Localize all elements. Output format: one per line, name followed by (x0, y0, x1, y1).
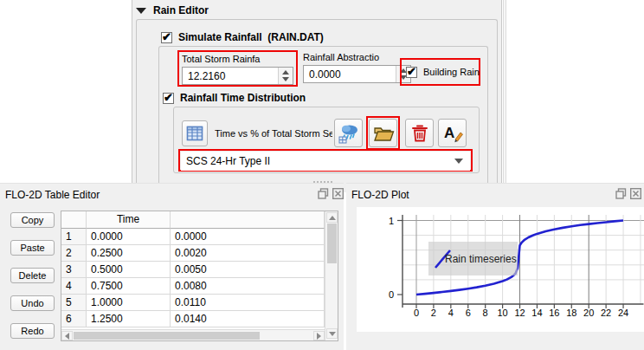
rain-editor-panel: Rain Editor Simulate Rainfall (RAIN.DAT)… (132, 0, 502, 183)
abstraction-field: Rainfall Abstractio 0.0000 (303, 52, 411, 83)
row-number-cell[interactable]: 3 (61, 262, 87, 278)
rain-editor-header[interactable]: Rain Editor (136, 2, 209, 19)
rename-timeseries-button[interactable]: A (438, 119, 467, 147)
table-cell[interactable]: 0.0140 (171, 311, 325, 327)
close-icon[interactable] (332, 188, 344, 199)
rainfall-time-distribution-label: Rainfall Time Distribution (180, 92, 306, 104)
table-cell[interactable]: 0.2500 (87, 245, 171, 262)
row-number-cell[interactable]: 2 (61, 245, 87, 262)
x-tick-label: 8 (483, 308, 488, 318)
x-tick-label: 18 (566, 308, 576, 318)
scroll-left-icon[interactable] (61, 331, 73, 340)
distribution-combo-highlight: SCS 24-Hr Type II (178, 149, 473, 172)
add-rain-timeseries-button[interactable] (334, 119, 363, 147)
open-folder-icon (372, 122, 395, 145)
rainfall-time-distribution-checkbox[interactable]: Rainfall Time Distribution (163, 92, 306, 104)
table-widget: Time10.00000.000020.25000.002030.50000.0… (61, 211, 338, 341)
vertical-scrollbar[interactable] (325, 211, 338, 340)
table-row: 30.50000.0050 (61, 262, 325, 278)
row-number-cell[interactable]: 5 (61, 295, 87, 311)
column-header (61, 211, 87, 229)
building-rain-checkbox[interactable]: Building Rain (402, 67, 480, 78)
splitter-handle-dots[interactable] (313, 181, 332, 184)
float-window-icon[interactable] (318, 188, 329, 199)
scroll-down-icon[interactable] (326, 328, 338, 339)
series-label: Time vs % of Total Storm Serie (215, 128, 332, 139)
delete-trash-icon (409, 123, 430, 144)
horizontal-scroll-thumb[interactable] (74, 332, 260, 340)
abstraction-spinbox[interactable]: 0.0000 (303, 65, 411, 83)
vertical-scroll-thumb[interactable] (327, 224, 337, 263)
building-rain-highlight: Building Rain (400, 58, 480, 86)
row-number-cell[interactable]: 1 (61, 229, 87, 245)
total-storm-value: 12.2160 (183, 68, 278, 84)
distribution-combo-value: SCS 24-Hr Type II (181, 155, 454, 167)
x-tick-label: 16 (549, 308, 559, 318)
row-number-cell[interactable]: 6 (61, 311, 87, 327)
y-tick-label: 0 (389, 289, 394, 300)
x-tick-label: 10 (497, 308, 507, 318)
total-storm-spinbox[interactable]: 12.2160 (182, 67, 293, 85)
rain-timeseries-icon (338, 122, 360, 145)
x-tick-label: 20 (583, 308, 594, 318)
scroll-right-icon[interactable] (313, 331, 325, 340)
float-window-icon[interactable] (615, 188, 627, 199)
copy-button[interactable]: Copy (10, 212, 55, 228)
show-table-button[interactable] (182, 120, 208, 146)
delete-button[interactable]: Delete (10, 268, 55, 283)
table-cell[interactable]: 0.0020 (171, 245, 325, 262)
plot-canvas[interactable]: 02468101214161820222401Rain timeseries (357, 207, 644, 332)
table-cell[interactable]: 0.5000 (87, 262, 171, 278)
rename-icon: A (441, 122, 464, 145)
rainfall-distribution-combobox[interactable]: SCS 24-Hr Type II (181, 152, 470, 171)
svg-text:A: A (444, 125, 454, 141)
column-header: Time (87, 211, 171, 229)
table-row: 20.25000.0020 (61, 245, 325, 262)
x-tick-label: 14 (531, 308, 542, 318)
column-header (171, 211, 325, 229)
table-icon (186, 125, 203, 142)
table-cell[interactable]: 1.0000 (87, 295, 171, 311)
building-rain-label: Building Rain (423, 67, 480, 77)
table-header-row: Time (61, 211, 325, 229)
total-storm-highlight: Total Storm Rainfa 12.2160 (177, 50, 298, 87)
x-tick-label: 0 (414, 308, 419, 318)
paste-button[interactable]: Paste (10, 240, 55, 256)
table-row: 61.25000.0140 (61, 311, 325, 327)
row-number-cell[interactable]: 4 (61, 278, 87, 295)
table-cell[interactable]: 0.0110 (171, 295, 325, 311)
table-cell[interactable]: 0.0000 (171, 229, 325, 245)
checkbox-checked-icon (163, 93, 174, 104)
delete-timeseries-button[interactable] (405, 119, 434, 147)
scroll-up-icon[interactable] (326, 212, 338, 223)
simulate-rainfall-checkbox[interactable]: Simulate Rainfall (RAIN.DAT) (161, 31, 324, 43)
table-row: 51.00000.0110 (61, 295, 325, 311)
table-cell[interactable]: 0.0050 (171, 262, 325, 278)
x-tick-label: 6 (466, 308, 471, 318)
panel-scrollbar[interactable] (503, 0, 506, 183)
plot-title: FLO-2D Plot (351, 189, 409, 201)
table-row: 10.00000.0000 (61, 229, 325, 245)
flo2d-plot-dock: FLO-2D Plot 02468101214161820222401Rain … (346, 183, 644, 350)
plot-legend[interactable]: Rain timeseries (428, 242, 518, 275)
horizontal-scrollbar[interactable] (61, 329, 325, 340)
x-tick-label: 4 (448, 308, 454, 318)
table-cell[interactable]: 0.7500 (87, 278, 171, 295)
table-editor-title: FLO-2D Table Editor (5, 189, 100, 201)
checkbox-checked-icon (406, 67, 417, 78)
table-cell[interactable]: 1.2500 (87, 311, 171, 327)
close-icon[interactable] (630, 188, 641, 199)
rain-editor-title: Rain Editor (153, 4, 209, 16)
redo-button[interactable]: Redo (10, 323, 55, 339)
open-rainfall-file-button[interactable] (369, 119, 397, 147)
spin-down-icon[interactable] (279, 76, 293, 85)
simulate-rainfall-label: Simulate Rainfall (RAIN.DAT) (178, 31, 324, 43)
spin-buttons (278, 68, 293, 84)
spin-up-icon[interactable] (279, 68, 293, 76)
table-cell[interactable]: 0.0080 (171, 278, 325, 295)
chevron-down-icon (454, 159, 463, 164)
simulate-rainfall-frame: Total Storm Rainfa 12.2160 Rainfall Abst… (158, 46, 488, 183)
table-cell[interactable]: 0.0000 (87, 229, 171, 245)
undo-button[interactable]: Undo (10, 295, 55, 311)
x-tick-label: 22 (601, 308, 611, 318)
